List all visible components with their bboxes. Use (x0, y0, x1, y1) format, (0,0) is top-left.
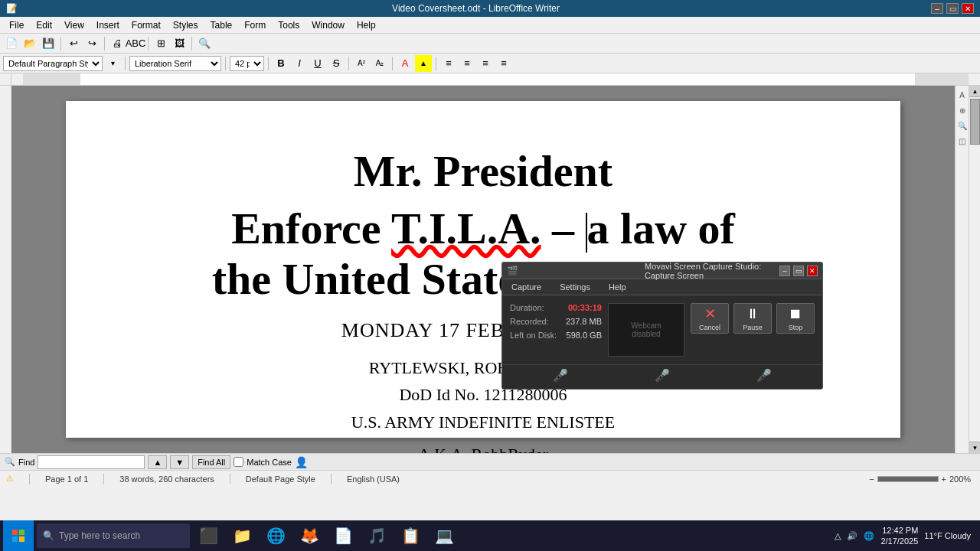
menu-item-format[interactable]: Format (126, 18, 167, 32)
close-button[interactable]: ✕ (962, 3, 974, 14)
highlight-button[interactable]: ▲ (415, 55, 432, 72)
taskbar-clock[interactable]: 12:42 PM 2/17/2025 (880, 525, 918, 547)
sep4 (191, 37, 192, 51)
minimize-button[interactable]: – (931, 3, 943, 14)
open-button[interactable]: 📂 (21, 35, 38, 52)
network-icon[interactable]: 🌐 (864, 531, 874, 541)
pause-button[interactable]: ⏸ Pause (733, 303, 772, 334)
other-find-icon[interactable]: 👤 (295, 456, 308, 468)
doc-title-line2: Enforce T.I.L.A. – a law of (127, 204, 839, 255)
pdf-icon[interactable]: 📄 (328, 520, 358, 551)
style-icon[interactable]: A (956, 89, 969, 101)
task-view-button[interactable]: ⬛ (193, 520, 224, 551)
zoom-area: − + 200% (869, 474, 974, 484)
browser-icon[interactable]: 🌐 (260, 520, 291, 551)
redo-button[interactable]: ↪ (83, 35, 100, 52)
file-explorer-icon[interactable]: 📁 (227, 520, 257, 551)
ruler-inner (23, 73, 969, 85)
underline-button[interactable]: U (309, 55, 326, 72)
menu-item-view[interactable]: View (58, 18, 90, 32)
align-right-button[interactable]: ≡ (477, 55, 494, 72)
movavi-help-menu[interactable]: Help (599, 279, 635, 295)
find-sidebar-icon[interactable]: 🔍 (956, 119, 969, 132)
menu-item-tools[interactable]: Tools (272, 18, 305, 32)
movavi-minimize-button[interactable]: – (779, 266, 790, 276)
app-icon1[interactable]: 🎵 (361, 520, 392, 551)
disk-label: Left on Disk: (510, 331, 557, 340)
menu-item-edit[interactable]: Edit (30, 18, 58, 32)
insert-table-button[interactable]: ⊞ (152, 35, 169, 52)
search-icon: 🔍 (43, 530, 54, 541)
find-up-button[interactable]: ▲ (148, 455, 167, 469)
save-button[interactable]: 💾 (40, 35, 57, 52)
style-status: Default Page Style (246, 474, 315, 484)
menu-item-styles[interactable]: Styles (167, 18, 204, 32)
stop-button[interactable]: ⏹ Stop (776, 303, 815, 334)
speaker-icon[interactable]: 🔊 (847, 531, 858, 541)
font-color-button[interactable]: A (397, 55, 413, 72)
movavi-restore-button[interactable]: ▭ (793, 266, 804, 276)
scroll-thumb[interactable] (970, 99, 980, 145)
app-icon3[interactable]: 💻 (429, 520, 459, 551)
find-input[interactable] (38, 455, 145, 469)
dash-text: – (541, 204, 586, 253)
notification-icon[interactable]: △ (835, 531, 841, 541)
status-sep1 (29, 474, 30, 484)
sep6 (225, 57, 226, 70)
align-left-button[interactable]: ≡ (440, 55, 457, 72)
strikethrough-button[interactable]: S (328, 55, 345, 72)
movavi-settings-menu[interactable]: Settings (550, 279, 599, 295)
movavi-webcam: Webcam disabled (608, 303, 684, 357)
title-bar-controls[interactable]: – ▭ ✕ (931, 3, 974, 14)
insert-image-button[interactable]: 🖼 (171, 35, 188, 52)
align-center-button[interactable]: ≡ (459, 55, 475, 72)
align-justify-button[interactable]: ≡ (495, 55, 512, 72)
navigator-icon[interactable]: ⊕ (956, 104, 969, 116)
movavi-capture-menu[interactable]: Capture (502, 279, 550, 295)
firefox-icon[interactable]: 🦊 (294, 520, 325, 551)
vertical-scrollbar[interactable]: ▲ ▼ (969, 86, 980, 453)
subscript-button[interactable]: A₂ (371, 55, 388, 72)
menu-item-help[interactable]: Help (351, 18, 382, 32)
new-button[interactable]: 📄 (3, 35, 20, 52)
para-style-icon[interactable]: ▾ (104, 55, 121, 72)
movavi-bottom: 🎤 🎤 🎤 (502, 364, 822, 389)
scroll-up-button[interactable]: ▲ (969, 86, 980, 97)
italic-button[interactable]: I (291, 55, 308, 72)
paragraph-style-dropdown[interactable]: Default Paragraph Style (3, 56, 103, 71)
toolbar2: Default Paragraph Style ▾ Liberation Ser… (0, 54, 980, 73)
bold-button[interactable]: B (273, 55, 289, 72)
find-down-button[interactable]: ▼ (170, 455, 189, 469)
mic-icon2: 🎤 (655, 368, 670, 383)
scroll-down-button[interactable]: ▼ (969, 442, 980, 453)
sep8 (348, 57, 349, 70)
zoom-out-icon[interactable]: − (869, 474, 874, 484)
menu-item-form[interactable]: Form (238, 18, 272, 32)
menu-item-window[interactable]: Window (305, 18, 351, 32)
menu-item-insert[interactable]: Insert (90, 18, 126, 32)
font-size-dropdown[interactable]: 42 pt (230, 56, 264, 71)
taskbar-search[interactable]: 🔍 Type here to search (37, 523, 190, 548)
title-bar-icon: 📝 (6, 3, 18, 14)
find-all-button[interactable]: Find All (192, 455, 230, 469)
disk-row: Left on Disk: 598.0 GB (510, 331, 602, 340)
print-button[interactable]: 🖨 (109, 35, 126, 52)
undo-button[interactable]: ↩ (65, 35, 82, 52)
find-button[interactable]: 🔍 (196, 35, 213, 52)
app-icon2[interactable]: 📋 (395, 520, 426, 551)
match-case-checkbox[interactable] (234, 457, 243, 467)
zoom-slider[interactable] (877, 476, 939, 482)
menu-item-table[interactable]: Table (204, 18, 239, 32)
zoom-in-icon[interactable]: + (942, 474, 946, 484)
font-name-dropdown[interactable]: Liberation Serif (129, 56, 221, 71)
superscript-button[interactable]: A² (353, 55, 370, 72)
cancel-button[interactable]: ✕ Cancel (691, 303, 729, 334)
menu-item-file[interactable]: File (3, 18, 30, 32)
law-text: a law of (587, 204, 735, 253)
movavi-close-button[interactable]: ✕ (807, 266, 818, 276)
spell-button[interactable]: ABC (127, 35, 144, 52)
gallery-icon[interactable]: ◫ (956, 135, 969, 147)
start-button[interactable] (3, 520, 34, 551)
restore-button[interactable]: ▭ (946, 3, 959, 14)
left-gutter (0, 86, 11, 453)
